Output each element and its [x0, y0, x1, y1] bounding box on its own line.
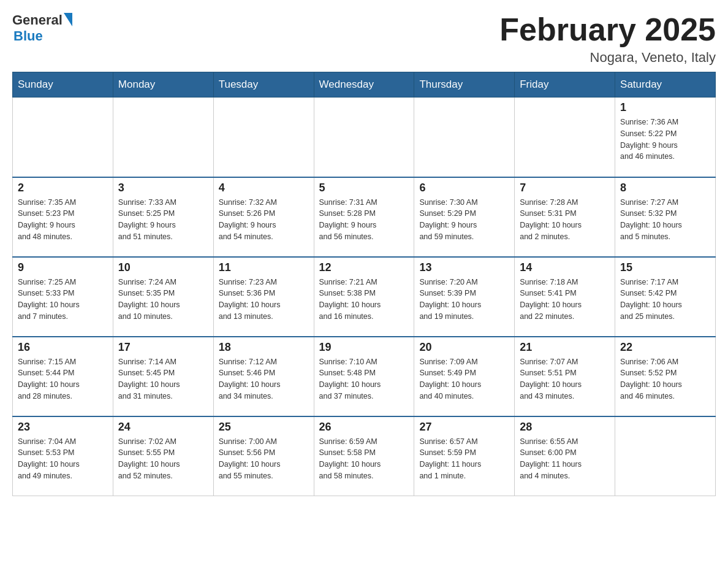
calendar-cell: 17Sunrise: 7:14 AM Sunset: 5:45 PM Dayli… — [113, 337, 213, 416]
calendar-day-header: Sunday — [13, 72, 113, 98]
calendar-cell — [515, 98, 615, 177]
day-info: Sunrise: 7:24 AM Sunset: 5:35 PM Dayligh… — [118, 277, 208, 323]
title-section: February 2025 Nogara, Veneto, Italy — [499, 12, 716, 66]
day-number: 3 — [118, 182, 208, 194]
logo-triangle-icon — [64, 13, 72, 26]
calendar-cell: 14Sunrise: 7:18 AM Sunset: 5:41 PM Dayli… — [515, 257, 615, 337]
day-info: Sunrise: 7:31 AM Sunset: 5:28 PM Dayligh… — [319, 197, 409, 243]
calendar-cell — [213, 98, 314, 177]
calendar-cell: 13Sunrise: 7:20 AM Sunset: 5:39 PM Dayli… — [414, 257, 515, 337]
day-info: Sunrise: 7:18 AM Sunset: 5:41 PM Dayligh… — [520, 277, 610, 323]
calendar-cell: 20Sunrise: 7:09 AM Sunset: 5:49 PM Dayli… — [414, 337, 515, 416]
day-number: 16 — [18, 341, 108, 354]
day-info: Sunrise: 7:23 AM Sunset: 5:36 PM Dayligh… — [219, 277, 309, 323]
day-number: 17 — [118, 341, 208, 354]
day-info: Sunrise: 7:14 AM Sunset: 5:45 PM Dayligh… — [118, 356, 208, 402]
day-number: 20 — [419, 341, 509, 354]
calendar-week-row: 23Sunrise: 7:04 AM Sunset: 5:53 PM Dayli… — [13, 416, 716, 496]
calendar-day-header: Friday — [515, 72, 615, 98]
calendar-day-header: Thursday — [414, 72, 515, 98]
day-number: 25 — [219, 421, 309, 434]
day-info: Sunrise: 7:07 AM Sunset: 5:51 PM Dayligh… — [520, 356, 610, 402]
day-info: Sunrise: 7:04 AM Sunset: 5:53 PM Dayligh… — [18, 436, 108, 482]
calendar-cell: 18Sunrise: 7:12 AM Sunset: 5:46 PM Dayli… — [213, 337, 314, 416]
calendar-cell: 7Sunrise: 7:28 AM Sunset: 5:31 PM Daylig… — [515, 177, 615, 257]
calendar-cell: 3Sunrise: 7:33 AM Sunset: 5:25 PM Daylig… — [113, 177, 213, 257]
day-info: Sunrise: 7:20 AM Sunset: 5:39 PM Dayligh… — [419, 277, 509, 323]
month-title: February 2025 — [499, 12, 716, 47]
logo-text-blue: Blue — [13, 28, 72, 44]
day-info: Sunrise: 7:09 AM Sunset: 5:49 PM Dayligh… — [419, 356, 509, 402]
day-info: Sunrise: 7:30 AM Sunset: 5:29 PM Dayligh… — [419, 197, 509, 243]
calendar-cell: 1Sunrise: 7:36 AM Sunset: 5:22 PM Daylig… — [615, 98, 716, 177]
calendar-day-header: Saturday — [615, 72, 716, 98]
calendar-cell: 11Sunrise: 7:23 AM Sunset: 5:36 PM Dayli… — [213, 257, 314, 337]
day-number: 26 — [319, 421, 409, 434]
day-info: Sunrise: 7:36 AM Sunset: 5:22 PM Dayligh… — [620, 117, 710, 163]
logo: General Blue — [12, 12, 72, 44]
day-number: 21 — [520, 341, 610, 354]
calendar-cell: 5Sunrise: 7:31 AM Sunset: 5:28 PM Daylig… — [314, 177, 414, 257]
day-info: Sunrise: 6:59 AM Sunset: 5:58 PM Dayligh… — [319, 436, 409, 482]
day-info: Sunrise: 7:27 AM Sunset: 5:32 PM Dayligh… — [620, 197, 710, 243]
day-number: 1 — [620, 101, 710, 114]
location-title: Nogara, Veneto, Italy — [499, 50, 716, 66]
day-number: 13 — [419, 261, 509, 274]
day-info: Sunrise: 7:17 AM Sunset: 5:42 PM Dayligh… — [620, 277, 710, 323]
day-number: 11 — [219, 261, 309, 274]
calendar-cell: 6Sunrise: 7:30 AM Sunset: 5:29 PM Daylig… — [414, 177, 515, 257]
day-number: 27 — [419, 421, 509, 434]
day-number: 15 — [620, 261, 710, 274]
day-number: 24 — [118, 421, 208, 434]
calendar-cell: 19Sunrise: 7:10 AM Sunset: 5:48 PM Dayli… — [314, 337, 414, 416]
page-header: General Blue February 2025 Nogara, Venet… — [12, 12, 716, 66]
day-info: Sunrise: 7:00 AM Sunset: 5:56 PM Dayligh… — [219, 436, 309, 482]
calendar-cell: 27Sunrise: 6:57 AM Sunset: 5:59 PM Dayli… — [414, 416, 515, 496]
calendar-week-row: 1Sunrise: 7:36 AM Sunset: 5:22 PM Daylig… — [13, 98, 716, 177]
calendar-cell: 9Sunrise: 7:25 AM Sunset: 5:33 PM Daylig… — [13, 257, 113, 337]
day-number: 23 — [18, 421, 108, 434]
calendar-cell: 12Sunrise: 7:21 AM Sunset: 5:38 PM Dayli… — [314, 257, 414, 337]
day-number: 12 — [319, 261, 409, 274]
day-info: Sunrise: 7:21 AM Sunset: 5:38 PM Dayligh… — [319, 277, 409, 323]
calendar-cell: 4Sunrise: 7:32 AM Sunset: 5:26 PM Daylig… — [213, 177, 314, 257]
calendar-cell — [13, 98, 113, 177]
day-number: 7 — [520, 182, 610, 194]
calendar-table: SundayMondayTuesdayWednesdayThursdayFrid… — [12, 72, 716, 496]
day-number: 28 — [520, 421, 610, 434]
calendar-cell: 16Sunrise: 7:15 AM Sunset: 5:44 PM Dayli… — [13, 337, 113, 416]
calendar-cell: 23Sunrise: 7:04 AM Sunset: 5:53 PM Dayli… — [13, 416, 113, 496]
day-info: Sunrise: 7:35 AM Sunset: 5:23 PM Dayligh… — [18, 197, 108, 243]
calendar-cell: 24Sunrise: 7:02 AM Sunset: 5:55 PM Dayli… — [113, 416, 213, 496]
calendar-cell — [615, 416, 716, 496]
calendar-cell — [113, 98, 213, 177]
calendar-cell: 2Sunrise: 7:35 AM Sunset: 5:23 PM Daylig… — [13, 177, 113, 257]
calendar-header-row: SundayMondayTuesdayWednesdayThursdayFrid… — [13, 72, 716, 98]
day-info: Sunrise: 7:32 AM Sunset: 5:26 PM Dayligh… — [219, 197, 309, 243]
day-number: 6 — [419, 182, 509, 194]
day-info: Sunrise: 7:15 AM Sunset: 5:44 PM Dayligh… — [18, 356, 108, 402]
logo-text-general: General — [12, 12, 63, 28]
day-info: Sunrise: 7:12 AM Sunset: 5:46 PM Dayligh… — [219, 356, 309, 402]
calendar-cell — [314, 98, 414, 177]
day-info: Sunrise: 7:25 AM Sunset: 5:33 PM Dayligh… — [18, 277, 108, 323]
day-info: Sunrise: 7:33 AM Sunset: 5:25 PM Dayligh… — [118, 197, 208, 243]
calendar-cell: 15Sunrise: 7:17 AM Sunset: 5:42 PM Dayli… — [615, 257, 716, 337]
calendar-week-row: 2Sunrise: 7:35 AM Sunset: 5:23 PM Daylig… — [13, 177, 716, 257]
day-info: Sunrise: 6:57 AM Sunset: 5:59 PM Dayligh… — [419, 436, 509, 482]
calendar-cell: 25Sunrise: 7:00 AM Sunset: 5:56 PM Dayli… — [213, 416, 314, 496]
calendar-week-row: 9Sunrise: 7:25 AM Sunset: 5:33 PM Daylig… — [13, 257, 716, 337]
day-info: Sunrise: 7:02 AM Sunset: 5:55 PM Dayligh… — [118, 436, 208, 482]
day-info: Sunrise: 7:28 AM Sunset: 5:31 PM Dayligh… — [520, 197, 610, 243]
calendar-cell: 10Sunrise: 7:24 AM Sunset: 5:35 PM Dayli… — [113, 257, 213, 337]
calendar-cell: 22Sunrise: 7:06 AM Sunset: 5:52 PM Dayli… — [615, 337, 716, 416]
day-info: Sunrise: 6:55 AM Sunset: 6:00 PM Dayligh… — [520, 436, 610, 482]
day-number: 10 — [118, 261, 208, 274]
day-number: 8 — [620, 182, 710, 194]
calendar-week-row: 16Sunrise: 7:15 AM Sunset: 5:44 PM Dayli… — [13, 337, 716, 416]
day-number: 18 — [219, 341, 309, 354]
calendar-cell: 21Sunrise: 7:07 AM Sunset: 5:51 PM Dayli… — [515, 337, 615, 416]
calendar-day-header: Monday — [113, 72, 213, 98]
day-number: 9 — [18, 261, 108, 274]
calendar-cell: 28Sunrise: 6:55 AM Sunset: 6:00 PM Dayli… — [515, 416, 615, 496]
